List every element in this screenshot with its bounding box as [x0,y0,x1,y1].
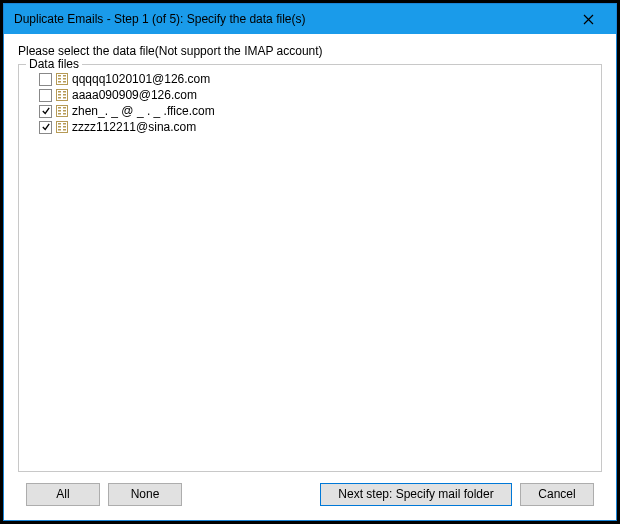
content-area: Please select the data file(Not support … [4,34,616,520]
svg-rect-6 [63,81,66,83]
svg-rect-20 [63,113,66,115]
svg-rect-1 [58,75,61,77]
svg-rect-2 [58,78,61,80]
file-label: qqqqq1020101@126.com [72,72,210,86]
list-item[interactable]: aaaa090909@126.com [23,87,597,103]
svg-rect-9 [58,94,61,96]
pst-file-icon [55,72,69,86]
svg-rect-3 [58,81,61,83]
pst-file-icon [55,88,69,102]
file-label: zhen_. _ @ _ . _ .ffice.com [72,104,215,118]
fieldset-legend: Data files [26,57,82,71]
svg-rect-4 [63,75,66,77]
svg-rect-24 [58,129,61,131]
file-checkbox[interactable] [39,121,52,134]
data-files-fieldset: Data files qqqqq1020101@126.comaaaa09090… [18,64,602,472]
svg-rect-23 [58,126,61,128]
svg-rect-13 [63,97,66,99]
svg-rect-22 [58,123,61,125]
select-all-button[interactable]: All [26,483,100,506]
svg-rect-16 [58,110,61,112]
close-button[interactable] [568,7,608,31]
file-label: aaaa090909@126.com [72,88,197,102]
svg-rect-15 [58,107,61,109]
instruction-text: Please select the data file(Not support … [18,44,602,58]
svg-rect-18 [63,107,66,109]
data-files-list: qqqqq1020101@126.comaaaa090909@126.comzh… [23,71,597,467]
pst-file-icon [55,120,69,134]
dialog-window: Duplicate Emails - Step 1 (of 5): Specif… [3,3,617,521]
svg-rect-8 [58,91,61,93]
select-none-button[interactable]: None [108,483,182,506]
svg-rect-12 [63,94,66,96]
svg-rect-19 [63,110,66,112]
file-checkbox[interactable] [39,73,52,86]
pst-file-icon [55,104,69,118]
svg-rect-17 [58,113,61,115]
svg-rect-10 [58,97,61,99]
svg-rect-27 [63,129,66,131]
list-item[interactable]: zhen_. _ @ _ . _ .ffice.com [23,103,597,119]
file-label: zzzz112211@sina.com [72,120,196,134]
svg-rect-11 [63,91,66,93]
list-item[interactable]: qqqqq1020101@126.com [23,71,597,87]
cancel-button[interactable]: Cancel [520,483,594,506]
svg-rect-5 [63,78,66,80]
file-checkbox[interactable] [39,89,52,102]
file-checkbox[interactable] [39,105,52,118]
close-icon [583,14,594,25]
svg-rect-25 [63,123,66,125]
titlebar: Duplicate Emails - Step 1 (of 5): Specif… [4,4,616,34]
next-step-button[interactable]: Next step: Specify mail folder [320,483,512,506]
svg-rect-26 [63,126,66,128]
button-bar: All None Next step: Specify mail folder … [18,472,602,512]
window-title: Duplicate Emails - Step 1 (of 5): Specif… [14,12,568,26]
list-item[interactable]: zzzz112211@sina.com [23,119,597,135]
